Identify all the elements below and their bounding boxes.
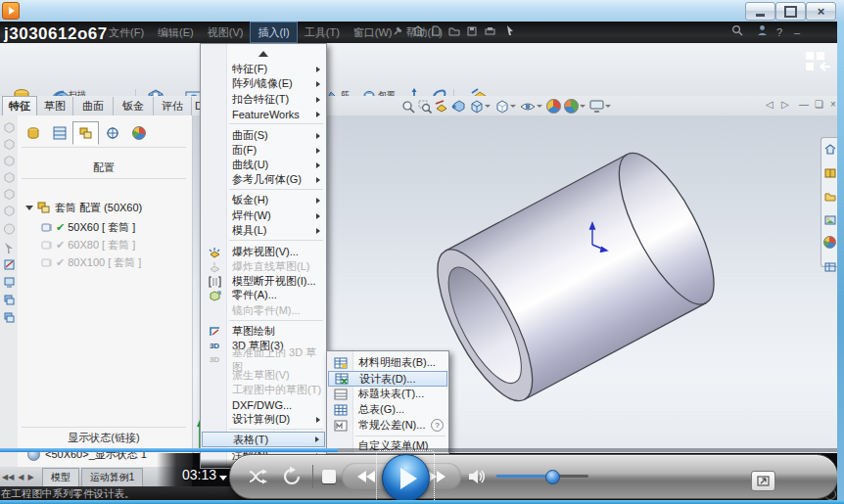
repeat-icon[interactable] [281, 466, 303, 490]
tab-sheetmetal[interactable]: 钣金 [114, 97, 154, 115]
config-item-active[interactable]: ✔ 50X60 [ 套筒 ] [41, 219, 135, 236]
open-folder-icon[interactable] [448, 22, 460, 43]
config-item[interactable]: ✔ 80X100 [ 套筒 ] [41, 254, 141, 271]
menu-item-curve[interactable]: 曲线(U) [202, 158, 325, 172]
tab-scroll-start-icon[interactable]: ◀◀ [0, 473, 16, 481]
fullscreen-button[interactable] [751, 471, 775, 491]
menu-item-derived-sketch[interactable]: 派生草图(V) [202, 368, 325, 383]
menu-item-fastening[interactable]: 扣合特征(T) [202, 92, 325, 107]
tab-sketch[interactable]: 草图 [37, 97, 73, 115]
user-account-icon[interactable] [757, 22, 768, 43]
menu-item-part[interactable]: 零件(A)... [202, 288, 325, 302]
menu-item-3d-sketch-on-plane[interactable]: 3D基准面上的 3D 草图 [202, 352, 325, 367]
tab-motion-study[interactable]: 运动算例1 [81, 468, 144, 486]
doc-close-icon[interactable]: × [830, 99, 836, 110]
rewind-button[interactable] [357, 471, 375, 482]
play-button[interactable] [382, 454, 430, 502]
menu-item-weldments[interactable]: 焊件(W) [202, 208, 325, 223]
tab-features[interactable]: 特征 [2, 96, 37, 115]
featuremanager-tab-icon[interactable] [20, 121, 46, 145]
menu-item-featureworks[interactable]: FeatureWorks [202, 107, 325, 121]
submenu-item-bom[interactable]: 材料明细表(B)... [328, 355, 447, 370]
view-orientation-icon[interactable] [469, 100, 492, 114]
menu-item-mirror-part[interactable]: 镜向零件(M)... [202, 303, 325, 318]
view-palette-icon[interactable] [824, 211, 836, 229]
menu-item-explode-line-sketch[interactable]: 爆炸直线草图(L) [202, 259, 325, 274]
home-tab-icon[interactable] [824, 141, 836, 159]
shuffle-icon[interactable] [248, 469, 271, 488]
filter-sketch-display-icons[interactable] [3, 241, 16, 334]
section-view-icon[interactable] [435, 100, 448, 114]
menu-edit[interactable]: 编辑(E) [151, 22, 201, 43]
menu-item-sheetmetal[interactable]: 钣金(H) [202, 193, 325, 207]
close-button[interactable]: × [806, 2, 836, 21]
custom-properties-icon[interactable] [824, 258, 836, 276]
config-item[interactable]: ✔ 60X80 [ 套筒 ] [41, 237, 135, 253]
hide-show-items-icon[interactable] [520, 101, 543, 113]
menu-view[interactable]: 视图(V) [201, 22, 251, 43]
help-badge-icon[interactable]: ? [431, 419, 444, 432]
print-icon[interactable] [485, 22, 495, 43]
configurationmanager-tab-icon[interactable] [72, 121, 99, 145]
propertymanager-tab-icon[interactable] [46, 121, 72, 145]
menu-file[interactable]: 文件(F) [102, 22, 151, 43]
appearances-tab-icon[interactable] [125, 121, 152, 145]
apply-scene-icon[interactable] [564, 99, 586, 114]
menu-window[interactable]: 窗口(W) [347, 22, 399, 43]
view-cube-icons[interactable] [3, 121, 16, 249]
dimxpert-tab-icon[interactable] [99, 121, 125, 145]
tab-surfaces[interactable]: 曲面 [73, 97, 114, 115]
volume-thumb[interactable] [545, 470, 560, 484]
design-library-icon[interactable] [824, 164, 836, 182]
file-explorer-icon[interactable] [824, 188, 836, 206]
appearances-icon[interactable] [823, 235, 836, 252]
search-icon[interactable] [731, 22, 743, 43]
playback-time[interactable]: 03:13 [182, 467, 227, 482]
doc-restore-icon[interactable]: ❏ [815, 99, 823, 110]
tab-scroll-left-icon[interactable]: ◀ [16, 473, 25, 481]
menu-item-sketch-from-drawing[interactable]: 工程图中的草图(T) [202, 383, 325, 397]
view-settings-icon[interactable] [589, 100, 612, 113]
menu-item-exploded-view[interactable]: 爆炸视图(V)... [202, 245, 325, 259]
menu-item-dxf-dwg[interactable]: DXF/DWG... [202, 397, 325, 412]
menu-insert[interactable]: 插入(I) [250, 22, 297, 43]
doc-minimize-icon[interactable]: — [799, 99, 809, 110]
menu-item-reference-geometry[interactable]: 参考几何体(G) [202, 172, 325, 187]
menu-item-tables[interactable]: 表格(T) [202, 432, 325, 447]
menu-item-model-break-view[interactable]: 模型断开视图(I)... [202, 274, 325, 289]
expander-icon[interactable] [25, 206, 33, 210]
menu-item-sketch[interactable]: 草图绘制 [202, 324, 325, 339]
submenu-item-design-table[interactable]: 设计表(D)... [328, 371, 447, 387]
help-icon[interactable]: ? [776, 22, 782, 43]
menu-scroll-up[interactable] [202, 46, 325, 61]
stop-button[interactable] [322, 470, 336, 483]
menu-item-features[interactable]: 特征(F) [202, 62, 325, 76]
previous-view-icon[interactable] [451, 100, 466, 114]
submenu-item-title-block[interactable]: 标题块表(T)... [328, 387, 447, 401]
zoom-fit-icon[interactable] [401, 100, 415, 114]
zoom-area-icon[interactable] [418, 100, 432, 114]
menu-item-design-study[interactable]: 设计算例(D) [202, 412, 325, 427]
doc-prev-icon[interactable]: ◁ [766, 99, 774, 110]
collapse-ribbon-icon[interactable]: – [794, 22, 800, 43]
display-style-icon[interactable] [494, 100, 517, 114]
config-tree-root[interactable]: 套筒 配置 (50X60) [22, 200, 142, 216]
save-icon[interactable] [467, 22, 477, 43]
doc-next-icon[interactable]: ▷ [781, 99, 789, 110]
volume-icon[interactable] [468, 468, 488, 489]
pin-icon[interactable] [393, 22, 402, 43]
menu-help[interactable]: 帮助(H) [399, 22, 449, 43]
edit-appearance-icon[interactable] [546, 99, 561, 114]
menu-tools[interactable]: 工具(T) [298, 22, 347, 43]
menu-item-molds[interactable]: 模具(L) [202, 223, 325, 238]
minimize-button[interactable] [745, 2, 775, 21]
submenu-item-general-table[interactable]: 总表(G)... [328, 402, 447, 417]
select-arrow-icon[interactable] [505, 22, 515, 43]
maximize-button[interactable] [775, 2, 806, 21]
menu-item-pattern-mirror[interactable]: 阵列/镜像(E) [202, 76, 325, 91]
tab-model[interactable]: 模型 [42, 468, 79, 486]
tab-evaluate[interactable]: 评估 [154, 97, 192, 115]
menu-item-surface[interactable]: 曲面(S) [202, 128, 325, 143]
menu-item-face[interactable]: 面(F) [202, 143, 325, 158]
tab-scroll-right-icon[interactable]: ▶ [25, 473, 35, 481]
